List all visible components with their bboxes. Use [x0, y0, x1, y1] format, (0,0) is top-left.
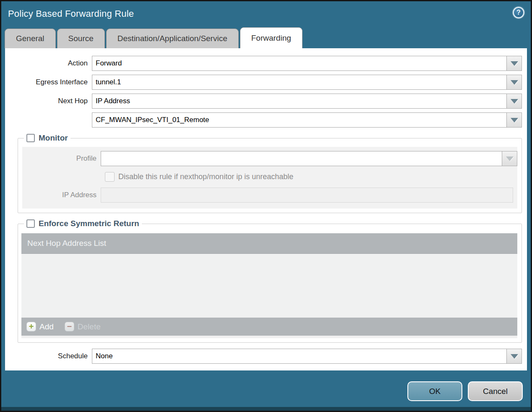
schedule-label: Schedule: [9, 352, 92, 360]
disable-rule-checkbox: [105, 172, 115, 182]
next-hop-address-list-body[interactable]: [21, 254, 517, 318]
add-button-label: Add: [39, 322, 54, 331]
next-hop-address-dropdown-button[interactable]: [507, 112, 522, 128]
next-hop-combo: [92, 94, 522, 109]
profile-combo: [101, 151, 517, 166]
tab-label: Destination/Application/Service: [117, 34, 227, 43]
tab-label: Source: [68, 34, 94, 43]
profile-input: [101, 151, 502, 166]
monitor-panel: Profile Disable this rule if nexthop/mon…: [22, 147, 517, 209]
next-hop-address-row: [9, 112, 522, 128]
next-hop-dropdown-button[interactable]: [507, 94, 522, 109]
next-hop-address-list-toolbar: + Add − Delete: [21, 318, 517, 336]
next-hop-label: Next Hop: [9, 97, 92, 105]
action-input[interactable]: [92, 56, 507, 71]
next-hop-address-input[interactable]: [92, 112, 507, 128]
delete-button-label: Delete: [78, 322, 101, 331]
dialog-title: Policy Based Forwarding Rule: [8, 8, 134, 19]
action-dropdown-button[interactable]: [507, 56, 522, 71]
cancel-button[interactable]: Cancel: [468, 381, 523, 401]
profile-dropdown-button: [502, 151, 517, 166]
disable-rule-label: Disable this rule if nexthop/monitor ip …: [118, 172, 293, 181]
chevron-down-icon: [511, 354, 518, 359]
tab-label: General: [16, 34, 44, 43]
enforce-symmetric-return-legend: Enforce Symmetric Return: [24, 219, 142, 228]
titlebar: Policy Based Forwarding Rule ?: [1, 1, 531, 26]
ok-button[interactable]: OK: [407, 381, 462, 401]
schedule-combo: [92, 349, 522, 364]
add-icon: +: [26, 322, 36, 331]
help-icon[interactable]: ?: [513, 7, 524, 18]
tab-forwarding[interactable]: Forwarding: [240, 27, 303, 48]
chevron-down-icon: [511, 61, 518, 66]
tab-source[interactable]: Source: [57, 29, 105, 48]
profile-label: Profile: [22, 154, 101, 163]
egress-interface-input[interactable]: [92, 75, 507, 90]
egress-interface-row: Egress Interface: [9, 75, 522, 90]
monitor-ip-address-row: IP Address: [22, 188, 517, 203]
dialog-footer: OK Cancel: [1, 370, 531, 411]
enforce-symmetric-return-title: Enforce Symmetric Return: [39, 219, 139, 228]
tab-strip: General Source Destination/Application/S…: [1, 26, 531, 48]
monitor-checkbox[interactable]: [26, 134, 35, 142]
chevron-down-icon: [511, 99, 518, 104]
tab-general[interactable]: General: [5, 29, 56, 48]
egress-interface-dropdown-button[interactable]: [507, 75, 522, 90]
delete-button[interactable]: − Delete: [65, 322, 101, 331]
monitor-legend: Monitor: [24, 133, 70, 143]
help-glyph: ?: [516, 9, 521, 16]
schedule-dropdown-button[interactable]: [507, 349, 522, 364]
enforce-symmetric-return-fieldset: Enforce Symmetric Return Next Hop Addres…: [18, 219, 522, 343]
add-button[interactable]: + Add: [26, 322, 54, 331]
egress-interface-label: Egress Interface: [9, 78, 92, 86]
next-hop-row: Next Hop: [9, 94, 522, 109]
profile-row: Profile: [22, 151, 517, 166]
action-combo: [92, 56, 522, 71]
action-row: Action: [9, 56, 522, 71]
forwarding-tab-panel: Action Egress Interface Next Hop: [5, 48, 527, 370]
chevron-down-icon: [506, 156, 514, 161]
schedule-row: Schedule: [9, 349, 522, 364]
enforce-symmetric-return-checkbox[interactable]: [26, 219, 35, 228]
action-label: Action: [9, 59, 92, 68]
next-hop-address-list: Next Hop Address List + Add − Delete: [21, 233, 517, 338]
list-header-label: Next Hop Address List: [27, 239, 106, 248]
monitor-ip-address-label: IP Address: [22, 191, 101, 199]
chevron-down-icon: [511, 80, 518, 85]
tab-label: Forwarding: [251, 34, 291, 43]
monitor-title: Monitor: [39, 133, 68, 143]
monitor-ip-address-input: [101, 188, 513, 203]
next-hop-address-combo: [92, 112, 522, 128]
egress-interface-combo: [92, 75, 522, 90]
next-hop-type-input[interactable]: [92, 94, 507, 109]
disable-rule-row: Disable this rule if nexthop/monitor ip …: [105, 172, 517, 182]
delete-icon: −: [65, 322, 74, 331]
pbf-rule-dialog: Policy Based Forwarding Rule ? General S…: [0, 0, 532, 412]
next-hop-address-list-header: Next Hop Address List: [21, 233, 517, 254]
monitor-fieldset: Monitor Profile Disable this rule if nex…: [18, 133, 522, 213]
chevron-down-icon: [511, 118, 518, 123]
tab-destination-application-service[interactable]: Destination/Application/Service: [106, 29, 239, 48]
schedule-input[interactable]: [92, 349, 507, 364]
